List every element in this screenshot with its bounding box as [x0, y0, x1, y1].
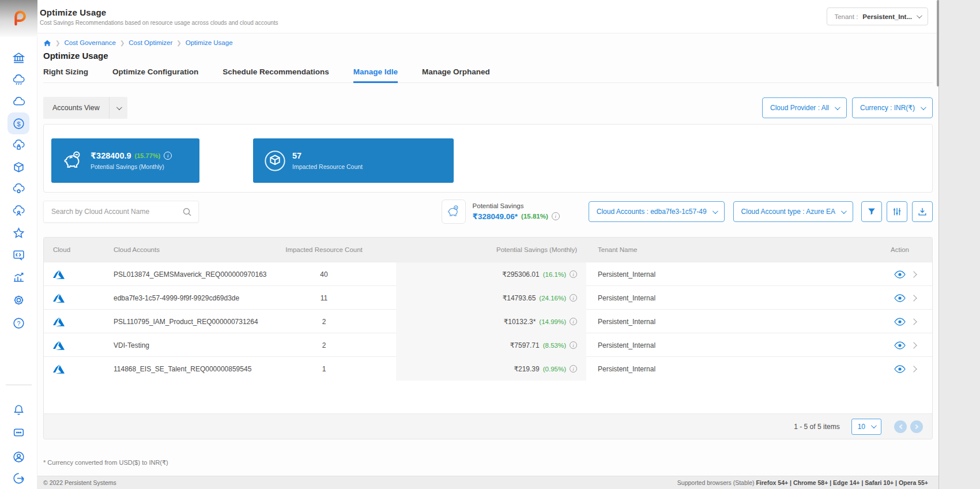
tab-bar: Right Sizing Optimize Configuration Sche… [43, 67, 933, 83]
view-details-button[interactable] [894, 294, 906, 302]
cloud-rain-icon [12, 73, 25, 86]
cloud-provider-dropdown[interactable]: Cloud Provider : All [762, 97, 847, 118]
sidebar-item-cloud-security[interactable] [7, 134, 29, 156]
app-window: $ [0, 0, 939, 489]
row-expand-chevron[interactable] [910, 318, 917, 325]
cell-cloud [44, 333, 114, 357]
sidebar-item-account[interactable] [7, 446, 29, 468]
chevron-down-icon [871, 423, 877, 428]
download-button[interactable] [912, 201, 933, 222]
info-icon[interactable]: i [570, 318, 577, 325]
row-expand-chevron[interactable] [910, 295, 917, 301]
table-row: PSL013874_GEMSMaverick_REQ000000970163 4… [44, 262, 932, 285]
tab-optimize-configuration[interactable]: Optimize Configuration [112, 67, 198, 82]
view-details-button[interactable] [894, 365, 906, 373]
breadcrumb-cost-optimizer[interactable]: Cost Optimizer [129, 39, 172, 46]
cell-potential-savings: ₹219.39 (0.95%) i [396, 357, 586, 381]
sidebar-item-governance[interactable] [7, 47, 29, 69]
savings-amount: ₹219.39 [514, 365, 539, 373]
sidebar-item-feedback[interactable] [7, 422, 29, 443]
currency-dropdown[interactable]: Currency : INR(₹) [852, 97, 933, 118]
row-expand-chevron[interactable] [910, 342, 917, 348]
info-icon[interactable]: i [570, 365, 577, 373]
cell-account-name: PSL110795_IAM_Product_REQ000000731264 [114, 310, 252, 333]
potential-savings-value: ₹328400.9 [91, 151, 131, 160]
sidebar-item-logout[interactable] [7, 467, 29, 489]
piggy-bank-icon [446, 204, 461, 219]
bell-icon [12, 403, 25, 416]
sidebar-item-devops[interactable] [7, 244, 29, 266]
cloud-accounts-label: Cloud Accounts : edba7fe3-1c57-49 [597, 208, 707, 216]
cell-account-name: PSL013874_GEMSMaverick_REQ000000970163 [114, 262, 252, 286]
potential-savings-percent: (15.77%) [135, 152, 161, 159]
cloud-provider-label: Cloud Provider : All [770, 104, 829, 112]
breadcrumb-optimize-usage[interactable]: Optimize Usage [186, 39, 233, 46]
row-expand-chevron[interactable] [910, 366, 917, 372]
view-details-button[interactable] [894, 341, 906, 349]
tenant-label: Tenant : [834, 13, 858, 20]
code-wrench-icon [12, 249, 25, 262]
chevron-down-icon [713, 208, 718, 214]
info-icon[interactable]: i [570, 270, 577, 278]
column-header-cloud-accounts: Cloud Accounts [114, 246, 252, 253]
sidebar-item-settings[interactable] [7, 289, 29, 311]
tab-right-sizing[interactable]: Right Sizing [43, 67, 88, 82]
supported-browsers-list: Firefox 54+ | Chrome 58+ | Edge 14+ | Sa… [756, 479, 928, 486]
dollar-circle-icon: $ [12, 117, 25, 130]
cell-potential-savings: ₹10132.3* (14.99%) i [396, 310, 586, 333]
sidebar-item-cloud-migration[interactable] [7, 69, 29, 91]
sidebar-item-resources[interactable] [7, 156, 29, 178]
sort-columns-button[interactable] [887, 201, 907, 222]
savings-amount: ₹295306.01 [502, 270, 539, 279]
logout-icon [12, 472, 25, 485]
cell-potential-savings: ₹295306.01 (16.1%) i [396, 262, 586, 286]
sidebar-item-reports[interactable] [7, 266, 29, 288]
tenant-dropdown[interactable]: Tenant : Persistent_Int... [827, 7, 928, 25]
previous-page-button[interactable] [894, 420, 907, 433]
info-icon[interactable]: i [570, 341, 577, 349]
sidebar-item-cloud[interactable] [7, 91, 29, 112]
sidebar-item-cost-optimizer[interactable]: $ [7, 112, 29, 134]
home-icon[interactable] [43, 39, 51, 47]
potential-savings-card-body: ₹328400.9 (15.77%) i Potential Savings (… [91, 151, 172, 170]
tab-manage-orphaned[interactable]: Manage Orphaned [422, 67, 490, 82]
search-input[interactable] [44, 201, 198, 222]
search-icon[interactable] [182, 207, 192, 217]
star-icon [12, 227, 25, 240]
cloud-accounts-dropdown[interactable]: Cloud Accounts : edba7fe3-1c57-49 [589, 201, 725, 222]
sidebar-item-help[interactable]: ? [7, 312, 29, 334]
azure-icon [53, 363, 65, 375]
view-details-button[interactable] [894, 270, 906, 279]
eye-icon [894, 365, 906, 373]
table-header: Cloud Cloud Accounts Impacted Resource C… [44, 238, 932, 262]
persistent-logo[interactable] [0, 0, 37, 37]
breadcrumb-cost-governance[interactable]: Cost Governance [64, 39, 116, 46]
info-icon[interactable]: i [164, 152, 172, 160]
cell-tenant-name: Persistent_Internal [586, 310, 777, 333]
tab-manage-idle[interactable]: Manage Idle [353, 67, 398, 83]
view-details-button[interactable] [894, 318, 906, 326]
savings-amount: ₹10132.3* [504, 318, 536, 326]
azure-icon [53, 316, 65, 328]
view-selector[interactable]: Accounts View [43, 97, 127, 119]
row-expand-chevron[interactable] [910, 271, 917, 277]
impacted-resource-card: 57 Impacted Resource Count [253, 138, 454, 183]
search-box [43, 201, 199, 223]
next-page-button[interactable] [910, 420, 923, 433]
sidebar-item-notifications[interactable] [7, 398, 29, 420]
scrollbar-thumb[interactable] [937, 0, 939, 86]
cell-action [777, 333, 932, 357]
sidebar-item-favorites[interactable] [7, 222, 29, 244]
info-icon[interactable]: i [570, 294, 577, 302]
pagination-range: 1 - 5 of 5 items [794, 423, 839, 431]
sidebar-item-cloud-access[interactable] [7, 200, 29, 222]
sidebar-item-cloud-operations[interactable] [7, 178, 29, 200]
page-size-select[interactable]: 10 [851, 419, 881, 435]
account-type-dropdown[interactable]: Cloud Account type : Azure EA [733, 201, 853, 222]
cell-cloud [44, 262, 114, 286]
info-icon[interactable]: i [552, 212, 560, 220]
tab-schedule-recommendations[interactable]: Schedule Recommendations [223, 67, 329, 82]
table-row: PSL110795_IAM_Product_REQ000000731264 2 … [44, 309, 932, 333]
filter-button[interactable] [861, 201, 882, 222]
cell-impacted-count: 2 [252, 333, 396, 357]
